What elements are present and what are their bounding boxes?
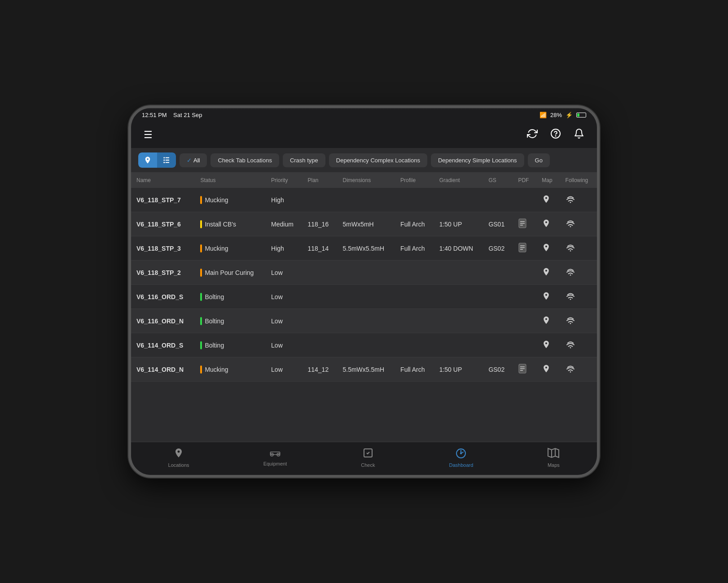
cell-plan [302, 261, 337, 285]
cell-pdf [513, 333, 536, 357]
cell-name: V6_114_ORD_S [131, 333, 195, 357]
svg-point-2 [163, 157, 165, 158]
filter-crash-type[interactable]: Crash type [283, 153, 325, 167]
nav-icons [525, 126, 586, 144]
table-body: V6_118_STP_7 Mucking High V6_118_STP_6 [131, 188, 597, 382]
cell-map[interactable] [536, 357, 560, 382]
cell-name: V6_118_STP_3 [131, 236, 195, 261]
cell-profile [395, 188, 434, 212]
cell-name: V6_118_STP_2 [131, 261, 195, 285]
filter-all-button[interactable]: ✓ All [180, 153, 207, 167]
svg-point-31 [271, 454, 272, 455]
tab-equipment[interactable]: Equipment [254, 448, 296, 468]
cell-following[interactable] [560, 333, 597, 357]
cell-profile: Full Arch [395, 357, 434, 382]
cell-following[interactable] [560, 236, 597, 261]
cell-status: Bolting [195, 333, 266, 357]
cell-name: V6_114_ORD_N [131, 357, 195, 382]
maps-tab-icon [547, 448, 560, 461]
filter-go[interactable]: Go [528, 153, 550, 167]
cell-gradient: 1:40 DOWN [434, 236, 483, 261]
cell-dimensions: 5.5mWx5.5mH [337, 357, 395, 382]
cell-plan [302, 188, 337, 212]
tab-dashboard[interactable]: Dashboard [440, 446, 482, 470]
status-right: ︎📶 28% ⚡ [539, 112, 586, 118]
map-view-button[interactable] [138, 152, 157, 168]
cell-pdf[interactable] [513, 212, 536, 236]
cell-profile [395, 261, 434, 285]
cell-following[interactable] [560, 285, 597, 309]
col-dimensions: Dimensions [337, 173, 395, 188]
cell-following[interactable] [560, 212, 597, 236]
cell-gs [483, 309, 513, 333]
cell-name: V6_116_ORD_N [131, 309, 195, 333]
cell-map[interactable] [536, 236, 560, 261]
svg-point-35 [460, 452, 462, 454]
battery-icon [576, 113, 586, 117]
tab-maps[interactable]: Maps [538, 446, 569, 470]
cell-gradient: 1:50 UP [434, 212, 483, 236]
cell-following[interactable] [560, 357, 597, 382]
cell-priority: Low [266, 261, 302, 285]
cell-map[interactable] [536, 285, 560, 309]
cell-priority: Low [266, 357, 302, 382]
table-row[interactable]: V6_114_ORD_S Bolting Low [131, 333, 597, 357]
col-profile: Profile [395, 173, 434, 188]
cell-name: V6_116_ORD_S [131, 285, 195, 309]
filter-dependency-simple[interactable]: Dependency Simple Locations [431, 153, 524, 167]
table-row[interactable]: V6_118_STP_6 Install CB's Medium 118_16 … [131, 212, 597, 236]
cell-map[interactable] [536, 261, 560, 285]
cell-dimensions: 5.5mWx5.5mH [337, 236, 395, 261]
cell-map[interactable] [536, 188, 560, 212]
tab-locations[interactable]: Locations [159, 446, 198, 470]
cell-status: Install CB's [195, 212, 266, 236]
cell-pdf[interactable] [513, 357, 536, 382]
cell-pdf [513, 285, 536, 309]
col-following: Following [560, 173, 597, 188]
col-plan: Plan [302, 173, 337, 188]
table-row[interactable]: V6_118_STP_2 Main Pour Curing Low [131, 261, 597, 285]
cell-plan [302, 309, 337, 333]
filter-dependency-complex[interactable]: Dependency Complex Locations [329, 153, 427, 167]
cell-map[interactable] [536, 333, 560, 357]
cell-pdf[interactable] [513, 236, 536, 261]
cell-following[interactable] [560, 261, 597, 285]
battery-fill [577, 113, 579, 117]
cell-profile [395, 285, 434, 309]
bottom-tab-bar: Locations Equipment Check [131, 442, 597, 475]
svg-point-32 [278, 454, 279, 455]
cell-priority: High [266, 236, 302, 261]
list-view-button[interactable] [157, 152, 176, 168]
table-row[interactable]: V6_118_STP_3 Mucking High 118_14 5.5mWx5… [131, 236, 597, 261]
view-toggle-group [138, 152, 176, 168]
table-container: Name Status Priority Plan Dimensions Pro… [131, 173, 597, 442]
cell-profile: Full Arch [395, 212, 434, 236]
date-display: Sat 21 Sep [173, 112, 202, 118]
hamburger-menu[interactable]: ☰ [142, 127, 154, 143]
cell-map[interactable] [536, 309, 560, 333]
cell-following[interactable] [560, 188, 597, 212]
table-row[interactable]: V6_116_ORD_S Bolting Low [131, 285, 597, 309]
table-row[interactable]: V6_114_ORD_N Mucking Low 114_12 5.5mWx5.… [131, 357, 597, 382]
cell-following[interactable] [560, 309, 597, 333]
cell-dimensions [337, 333, 395, 357]
cell-plan [302, 333, 337, 357]
notification-button[interactable] [572, 126, 586, 144]
cell-gradient [434, 261, 483, 285]
table-row[interactable]: V6_116_ORD_N Bolting Low [131, 309, 597, 333]
tab-check[interactable]: Check [352, 446, 384, 470]
col-name: Name [131, 173, 195, 188]
cell-status: Mucking [195, 236, 266, 261]
cell-priority: Medium [266, 212, 302, 236]
cell-status: Mucking [195, 357, 266, 382]
wifi-icon: ︎📶 [539, 112, 547, 118]
maps-tab-label: Maps [548, 462, 560, 468]
col-pdf: PDF [513, 173, 536, 188]
help-button[interactable] [548, 126, 563, 144]
all-label: All [193, 157, 200, 164]
table-row[interactable]: V6_118_STP_7 Mucking High [131, 188, 597, 212]
svg-point-19 [570, 274, 571, 276]
cell-map[interactable] [536, 212, 560, 236]
refresh-button[interactable] [525, 126, 539, 144]
filter-check-tab-locations[interactable]: Check Tab Locations [211, 153, 279, 167]
